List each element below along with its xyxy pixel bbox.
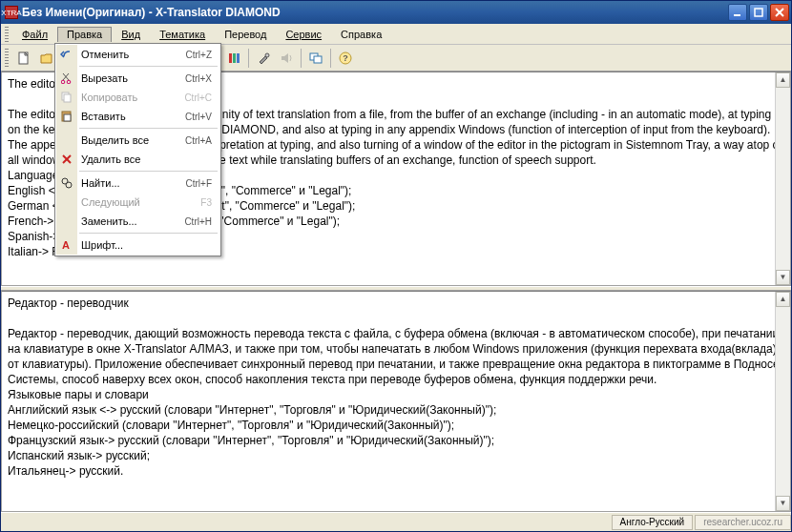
edit-copy: КопироватьCtrl+C	[56, 88, 219, 107]
toolbar-grip[interactable]	[5, 49, 9, 68]
paste-icon	[58, 108, 75, 125]
edit-select-all[interactable]: Выделить всеCtrl+A	[56, 131, 219, 150]
scroll-up-icon[interactable]: ▲	[776, 72, 790, 88]
scrollbar[interactable]: ▲ ▼	[775, 72, 790, 285]
tr-line: Итальянец-> русский.	[8, 463, 784, 479]
edit-undo[interactable]: ОтменитьCtrl+Z	[56, 45, 219, 64]
menu-translate[interactable]: Перевод	[215, 27, 276, 42]
tr-line: Редактор - переводчик	[8, 296, 784, 311]
app-window: XTRA Без Имени(Оригинал) - X-Translator …	[0, 0, 792, 532]
find-icon	[58, 174, 75, 192]
svg-rect-25	[314, 56, 322, 63]
copy-icon	[58, 89, 75, 106]
tr-line: Испанский язык-> русский;	[8, 448, 784, 463]
tr-line: Английский язык <-> русский (словари "Ин…	[8, 402, 784, 418]
edit-next: СледующийF3	[56, 193, 219, 212]
status-bar: Англо-Русский researcher.ucoz.ru	[1, 512, 791, 531]
svg-point-31	[67, 80, 71, 84]
scroll-up-icon[interactable]: ▲	[776, 292, 790, 307]
svg-rect-21	[233, 53, 236, 63]
menu-edit[interactable]: Правка	[57, 27, 112, 42]
dictionaries-icon[interactable]	[223, 48, 244, 69]
scroll-down-icon[interactable]: ▼	[776, 496, 790, 511]
undo-icon	[58, 46, 75, 63]
edit-paste[interactable]: ВставитьCtrl+V	[56, 107, 219, 126]
edit-replace[interactable]: Заменить...Ctrl+H	[56, 212, 219, 231]
scrollbar[interactable]: ▲ ▼	[775, 292, 790, 511]
close-button[interactable]	[770, 4, 789, 21]
svg-point-23	[265, 53, 269, 57]
cut-icon	[58, 70, 75, 87]
title-bar: XTRA Без Имени(Оригинал) - X-Translator …	[1, 1, 791, 24]
svg-rect-20	[229, 53, 232, 63]
tr-line: Языковые пары и словари	[8, 387, 784, 402]
menu-file[interactable]: Файл	[12, 27, 57, 42]
speak-icon[interactable]	[276, 48, 297, 69]
translation-pane[interactable]: Редактор - переводчик Редактор - перевод…	[1, 291, 791, 512]
svg-point-39	[66, 182, 72, 188]
app-icon: XTRA	[5, 6, 18, 19]
svg-rect-35	[64, 114, 71, 121]
font-icon: A	[58, 236, 75, 254]
status-site: researcher.ucoz.ru	[695, 515, 791, 530]
menu-help[interactable]: Справка	[331, 27, 391, 42]
edit-font[interactable]: A Шрифт...	[56, 235, 219, 255]
new-icon[interactable]	[13, 48, 34, 69]
svg-text:?: ?	[343, 53, 348, 63]
menu-service[interactable]: Сервис	[276, 27, 331, 42]
svg-text:A: A	[62, 239, 70, 251]
edit-find[interactable]: Найти...Ctrl+F	[56, 174, 219, 193]
window-copy-icon[interactable]	[305, 48, 326, 69]
minimize-button[interactable]	[728, 4, 747, 21]
scroll-down-icon[interactable]: ▼	[776, 270, 790, 285]
svg-rect-22	[237, 53, 240, 63]
svg-rect-1	[755, 9, 762, 16]
tr-line: Немецко-российский (словари "Интернет", …	[8, 418, 784, 433]
edit-cut[interactable]: ВырезатьCtrl+X	[56, 69, 219, 88]
tr-line: Французский язык-> русский (словари "Инт…	[8, 433, 784, 448]
tr-line: Редактор - переводчик, дающий возможност…	[8, 326, 784, 387]
svg-point-30	[61, 80, 65, 84]
menu-bar: Файл Правка Вид Тематика Перевод Сервис …	[1, 24, 791, 45]
settings-icon[interactable]	[253, 48, 274, 69]
menu-view[interactable]: Вид	[112, 27, 150, 42]
svg-rect-33	[64, 94, 71, 102]
delete-icon	[58, 151, 75, 168]
edit-menu-dropdown: ОтменитьCtrl+Z ВырезатьCtrl+X Копировать…	[54, 43, 221, 256]
menu-subject[interactable]: Тематика	[150, 27, 215, 42]
edit-delete-all[interactable]: Удалить все	[56, 150, 219, 169]
window-title: Без Имени(Оригинал) - X-Translator DIAMO…	[22, 6, 728, 19]
menubar-grip[interactable]	[5, 27, 9, 42]
help-icon[interactable]: ?	[335, 48, 356, 69]
status-lang[interactable]: Англо-Русский	[612, 515, 694, 530]
maximize-button[interactable]	[749, 4, 768, 21]
